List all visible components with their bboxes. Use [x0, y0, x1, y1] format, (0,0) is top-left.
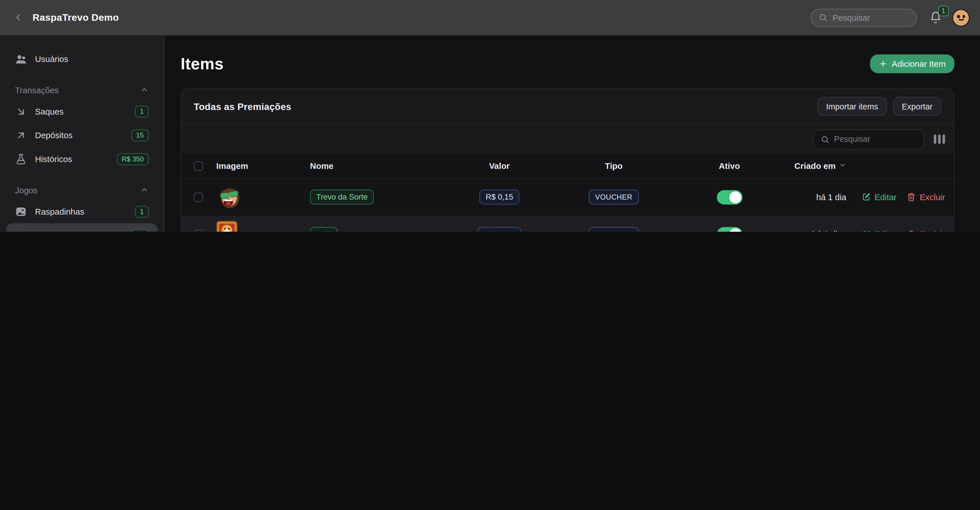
back-button[interactable] [10, 10, 26, 26]
created-at: há 6 dias [789, 230, 846, 232]
sidebar-item-label: Premiações [35, 231, 80, 232]
flask-icon [15, 153, 27, 165]
col-header-imagem: Imagem [216, 161, 310, 171]
item-value-badge: R$ 0,15 [479, 190, 519, 205]
amount-badge: R$ 350 [116, 153, 149, 165]
edit-label: Editar [875, 193, 897, 202]
item-type-badge: VOUCHER [589, 227, 639, 232]
row-checkbox[interactable] [194, 230, 203, 232]
sidebar-section-jogos[interactable]: Jogos [6, 181, 158, 199]
edit-label: Editar [875, 230, 897, 232]
col-header-tipo: Tipo [558, 161, 670, 171]
trash-icon [907, 193, 916, 202]
row-checkbox[interactable] [194, 193, 203, 202]
count-badge: 1 [135, 206, 149, 217]
global-search-input[interactable] [832, 13, 901, 22]
edit-button[interactable]: Editar [862, 193, 897, 202]
item-value-badge: R$ 10,00 [477, 227, 522, 232]
sidebar-item-label: Usuários [35, 54, 68, 64]
app-window: RaspaTrevo Demo 1 Usuários [0, 0, 980, 232]
image-icon [15, 206, 27, 217]
table-row: Trevo da Sorte R$ 0,15 VOUCHER há 1 dia … [181, 179, 954, 216]
arrow-up-right-icon [15, 129, 27, 141]
chevron-down-icon [839, 161, 846, 171]
col-header-label: Criado em [794, 161, 836, 171]
active-toggle[interactable] [717, 190, 742, 204]
plus-icon [878, 59, 888, 68]
sidebar: Usuários Transações Saques 1 Depósit [0, 35, 164, 232]
sidebar-item-label: Raspadinhas [35, 207, 84, 216]
table-row: WILD Wild R$ 10,00 VOUCHER há 6 dias Edi… [181, 216, 954, 232]
section-title: Jogos [15, 185, 38, 195]
sidebar-item-label: Depósitos [35, 131, 72, 140]
add-item-label: Adicionar Item [892, 59, 946, 69]
card-title: Todas as Premiações [194, 101, 291, 112]
items-card: Todas as Premiações Importar items Expor… [181, 88, 955, 232]
topbar: RaspaTrevo Demo 1 [0, 0, 980, 35]
sidebar-item-depositos[interactable]: Depósitos 15 [6, 123, 158, 147]
count-badge: 21 [131, 229, 149, 232]
arrow-down-right-icon [15, 105, 27, 117]
chevron-left-icon [13, 13, 23, 22]
edit-icon [862, 193, 871, 202]
delete-label: Excluir [920, 230, 945, 232]
sidebar-item-premiacoes[interactable]: Premiações 21 [6, 223, 158, 232]
chevron-up-icon [140, 186, 149, 194]
item-name-badge: Wild [310, 227, 338, 232]
export-button[interactable]: Exportar [893, 97, 941, 116]
add-item-button[interactable]: Adicionar Item [870, 54, 955, 73]
sidebar-item-label: Saques [35, 107, 64, 116]
trash-icon [907, 230, 916, 232]
delete-label: Excluir [920, 193, 945, 202]
sidebar-item-label: Históricos [35, 154, 72, 163]
item-image-trevo-mascot [216, 184, 310, 210]
col-header-ativo: Ativo [670, 161, 789, 171]
active-toggle[interactable] [717, 227, 742, 232]
sidebar-item-raspadinhas[interactable]: Raspadinhas 1 [6, 199, 158, 223]
app-title: RaspaTrevo Demo [32, 12, 119, 23]
created-at: há 1 dia [789, 193, 846, 202]
search-icon [820, 135, 829, 143]
col-header-criado-em[interactable]: Criado em [789, 161, 846, 171]
notification-badge: 1 [938, 6, 949, 16]
count-badge: 15 [131, 129, 149, 141]
table-header-row: Imagem Nome Valor Tipo Ativo Criado em [181, 154, 954, 179]
avatar[interactable] [952, 8, 970, 27]
item-name-badge: Trevo da Sorte [310, 190, 374, 205]
sidebar-item-saques[interactable]: Saques 1 [6, 99, 158, 123]
col-header-nome: Nome [310, 161, 441, 171]
delete-button[interactable]: Excluir [907, 230, 945, 232]
main-content: Items Adicionar Item Todas as Premiações… [164, 35, 980, 232]
global-search[interactable] [811, 8, 917, 27]
columns-icon[interactable] [934, 134, 945, 144]
search-icon [819, 13, 827, 22]
section-title: Transações [15, 85, 59, 95]
item-image-wild-card: WILD [216, 221, 310, 232]
import-items-button[interactable]: Importar items [818, 97, 887, 116]
sidebar-item-usuarios[interactable]: Usuários [6, 47, 158, 71]
table-search[interactable] [813, 129, 924, 149]
count-badge: 1 [135, 105, 149, 117]
edit-button[interactable]: Editar [862, 230, 897, 232]
edit-icon [862, 230, 871, 232]
page-title: Items [181, 54, 224, 73]
delete-button[interactable]: Excluir [907, 193, 945, 202]
star-icon [15, 229, 27, 232]
chevron-up-icon [140, 86, 149, 94]
notifications-button[interactable]: 1 [929, 11, 942, 24]
sidebar-section-transacoes[interactable]: Transações [6, 81, 158, 99]
table-search-input[interactable] [834, 134, 909, 144]
sidebar-item-historicos[interactable]: Históricos R$ 350 [6, 147, 158, 171]
users-icon [15, 53, 27, 65]
col-header-valor: Valor [441, 161, 557, 171]
select-all-checkbox[interactable] [194, 161, 203, 171]
item-type-badge: VOUCHER [589, 190, 639, 205]
